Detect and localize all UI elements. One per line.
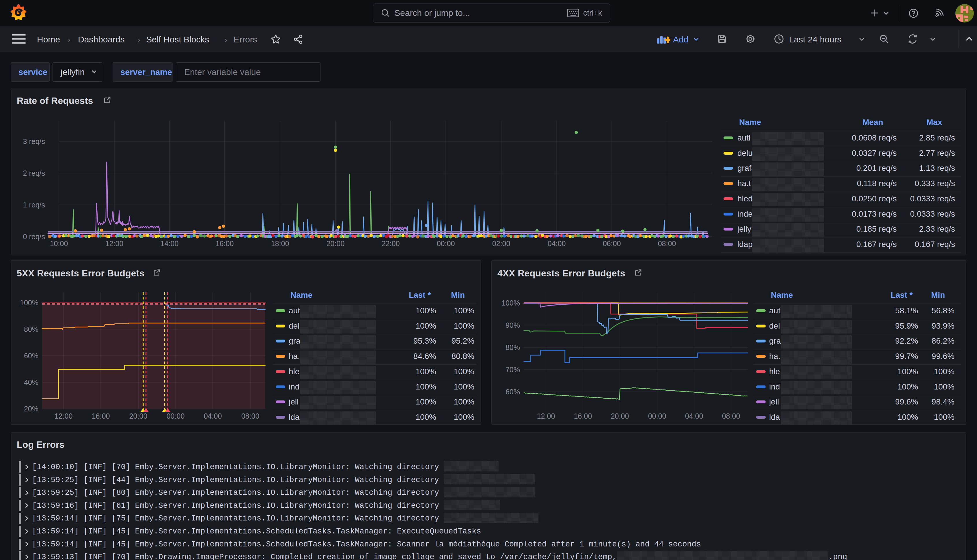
svg-text:20:00: 20:00 bbox=[327, 240, 345, 248]
svg-text:22:00: 22:00 bbox=[382, 240, 400, 248]
svg-text:08:00: 08:00 bbox=[241, 412, 260, 420]
svg-text:00:00: 00:00 bbox=[437, 240, 455, 248]
svg-text:08:00: 08:00 bbox=[658, 240, 676, 248]
svg-text:10:00: 10:00 bbox=[50, 240, 68, 248]
svg-text:3 req/s: 3 req/s bbox=[23, 137, 45, 145]
svg-text:2 req/s: 2 req/s bbox=[23, 169, 45, 177]
svg-text:80%: 80% bbox=[506, 343, 520, 352]
svg-text:00:00: 00:00 bbox=[648, 412, 666, 420]
svg-text:16:00: 16:00 bbox=[574, 412, 592, 420]
svg-text:20:00: 20:00 bbox=[611, 412, 629, 420]
svg-text:60%: 60% bbox=[506, 388, 520, 396]
svg-text:12:00: 12:00 bbox=[105, 240, 124, 248]
svg-text:04:00: 04:00 bbox=[204, 412, 222, 420]
svg-text:100%: 100% bbox=[20, 298, 38, 307]
svg-text:14:00: 14:00 bbox=[160, 240, 179, 248]
svg-text:04:00: 04:00 bbox=[685, 412, 703, 420]
svg-text:18:00: 18:00 bbox=[271, 240, 289, 248]
svg-text:08:00: 08:00 bbox=[722, 412, 740, 420]
svg-text:0 req/s: 0 req/s bbox=[23, 233, 45, 241]
svg-text:00:00: 00:00 bbox=[167, 412, 185, 420]
svg-text:100%: 100% bbox=[501, 299, 520, 307]
svg-text:12:00: 12:00 bbox=[537, 412, 555, 420]
svg-text:1 req/s: 1 req/s bbox=[23, 201, 45, 209]
svg-text:60%: 60% bbox=[24, 352, 38, 360]
svg-text:40%: 40% bbox=[24, 378, 38, 386]
svg-text:70%: 70% bbox=[506, 365, 520, 373]
svg-text:20%: 20% bbox=[24, 405, 38, 413]
svg-text:90%: 90% bbox=[506, 321, 520, 329]
svg-text:16:00: 16:00 bbox=[92, 412, 110, 420]
svg-text:80%: 80% bbox=[24, 325, 38, 333]
svg-text:04:00: 04:00 bbox=[548, 240, 566, 248]
svg-text:02:00: 02:00 bbox=[492, 240, 511, 248]
svg-text:20:00: 20:00 bbox=[129, 412, 147, 420]
svg-text:06:00: 06:00 bbox=[603, 240, 621, 248]
svg-text:12:00: 12:00 bbox=[55, 412, 73, 420]
svg-text:16:00: 16:00 bbox=[215, 240, 234, 248]
